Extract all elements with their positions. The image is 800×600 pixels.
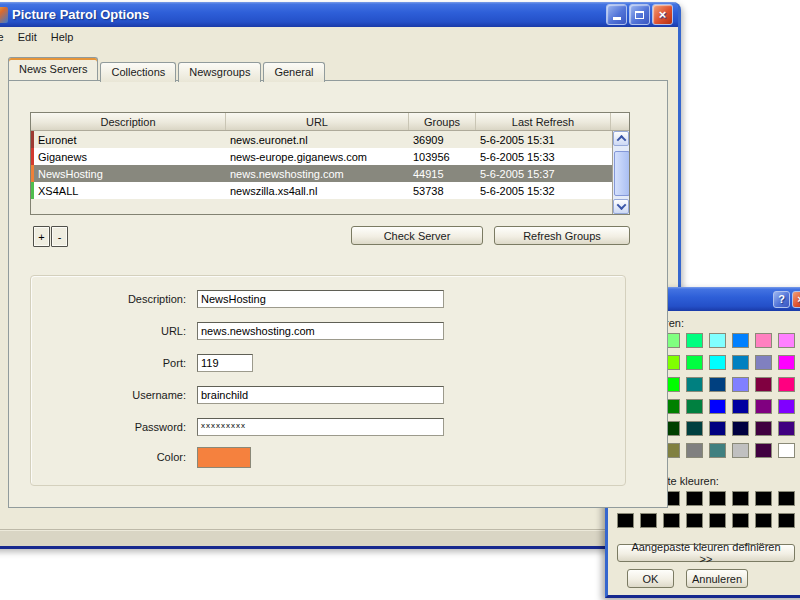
basic-color-swatch-37[interactable]	[732, 421, 749, 436]
table-row[interactable]: XS4ALLnewszilla.xs4all.nl537385-6-2005 1…	[31, 182, 629, 199]
dialog-close-button[interactable]: ×	[792, 291, 800, 308]
title-bar[interactable]: Picture Patrol Options ×	[0, 2, 678, 27]
refresh-groups-button[interactable]: Refresh Groups	[494, 226, 630, 245]
ok-button[interactable]: OK	[627, 569, 674, 588]
custom-color-swatch-12[interactable]	[709, 513, 726, 528]
basic-color-swatch-35[interactable]	[686, 421, 703, 436]
port-input[interactable]: 119	[197, 354, 253, 372]
basic-color-swatch-44[interactable]	[709, 443, 726, 458]
description-input[interactable]: NewsHosting	[197, 290, 444, 308]
basic-color-swatch-28[interactable]	[709, 399, 726, 414]
server-color-swatch[interactable]	[197, 447, 251, 468]
remove-server-button[interactable]: -	[51, 226, 68, 247]
basic-color-swatch-11[interactable]	[686, 355, 703, 370]
basic-color-swatch-4[interactable]	[709, 333, 726, 348]
basic-color-swatch-46[interactable]	[755, 443, 772, 458]
basic-color-swatch-39[interactable]	[778, 421, 795, 436]
scroll-down-button[interactable]	[613, 199, 629, 214]
tab-strip: News ServersCollectionsNewsgroupsGeneral	[8, 57, 678, 80]
basic-color-swatch-13[interactable]	[732, 355, 749, 370]
cell-groups: 36909	[409, 131, 476, 148]
cell-desc: NewsHosting	[34, 165, 226, 182]
column-header-groups[interactable]: Groups	[409, 113, 476, 130]
help-button[interactable]: ?	[773, 291, 790, 308]
news-server-table[interactable]: DescriptionURLGroupsLast Refresh Euronet…	[30, 112, 630, 215]
basic-color-swatch-29[interactable]	[732, 399, 749, 414]
cell-lr: 5-6-2005 15:33	[476, 148, 592, 165]
basic-color-swatch-15[interactable]	[778, 355, 795, 370]
custom-color-swatch-15[interactable]	[778, 513, 795, 528]
table-body: Euronetnews.euronet.nl369095-6-2005 15:3…	[31, 131, 629, 215]
custom-color-swatch-4[interactable]	[709, 491, 726, 506]
basic-color-swatch-5[interactable]	[732, 333, 749, 348]
basic-color-swatch-22[interactable]	[755, 377, 772, 392]
menu-edit[interactable]: Edit	[11, 29, 44, 45]
custom-color-swatch-9[interactable]	[640, 513, 657, 528]
table-row[interactable]: NewsHostingnews.newshosting.com449155-6-…	[31, 165, 629, 182]
tab-newsgroups[interactable]: Newsgroups	[178, 62, 261, 82]
basic-color-swatch-20[interactable]	[709, 377, 726, 392]
custom-color-swatch-10[interactable]	[663, 513, 680, 528]
custom-color-swatch-11[interactable]	[686, 513, 703, 528]
cell-groups: 53738	[409, 182, 476, 199]
basic-color-swatch-45[interactable]	[732, 443, 749, 458]
status-bar	[0, 529, 678, 546]
username-input[interactable]: brainchild	[197, 386, 444, 404]
menu-help[interactable]: Help	[44, 29, 81, 45]
password-input[interactable]: xxxxxxxxx	[197, 418, 444, 436]
basic-color-swatch-38[interactable]	[755, 421, 772, 436]
minimize-icon	[613, 17, 621, 20]
custom-color-swatch-3[interactable]	[686, 491, 703, 506]
cancel-button[interactable]: Annuleren	[686, 569, 748, 588]
table-row[interactable]: Giganewsnews-europe.giganews.com1039565-…	[31, 148, 629, 165]
tab-general[interactable]: General	[263, 62, 324, 82]
column-header-description[interactable]: Description	[31, 113, 226, 130]
basic-color-swatch-36[interactable]	[709, 421, 726, 436]
close-button[interactable]: ×	[652, 4, 673, 25]
custom-color-swatch-14[interactable]	[755, 513, 772, 528]
basic-color-swatch-6[interactable]	[755, 333, 772, 348]
basic-color-swatch-3[interactable]	[686, 333, 703, 348]
basic-color-swatch-47[interactable]	[778, 443, 795, 458]
chevron-up-icon	[616, 135, 626, 145]
cell-lr: 5-6-2005 15:37	[476, 165, 592, 182]
tab-page-news-servers: DescriptionURLGroupsLast Refresh Euronet…	[8, 80, 668, 508]
basic-color-swatch-14[interactable]	[755, 355, 772, 370]
column-header-url[interactable]: URL	[226, 113, 409, 130]
basic-color-swatch-30[interactable]	[755, 399, 772, 414]
basic-color-swatch-7[interactable]	[778, 333, 795, 348]
tab-news-servers[interactable]: News Servers	[8, 57, 98, 80]
username-label: Username:	[31, 389, 186, 401]
basic-color-swatch-21[interactable]	[732, 377, 749, 392]
scrollbar-thumb[interactable]	[614, 151, 630, 196]
maximize-button[interactable]	[629, 4, 650, 25]
basic-color-swatch-27[interactable]	[686, 399, 703, 414]
cell-lr: 5-6-2005 15:32	[476, 182, 592, 199]
minimize-button[interactable]	[606, 4, 627, 25]
define-custom-colors-button[interactable]: Aangepaste kleuren definiëren >>	[617, 544, 795, 562]
basic-color-swatch-31[interactable]	[778, 399, 795, 414]
tab-collections[interactable]: Collections	[100, 62, 176, 82]
table-row[interactable]: Euronetnews.euronet.nl369095-6-2005 15:3…	[31, 131, 629, 148]
basic-color-swatch-23[interactable]	[778, 377, 795, 392]
custom-color-swatch-8[interactable]	[617, 513, 634, 528]
options-window: Picture Patrol Options × FileEditHelp Ne…	[0, 2, 681, 549]
menu-file[interactable]: File	[0, 29, 11, 45]
custom-color-swatch-13[interactable]	[732, 513, 749, 528]
color-label: Color:	[31, 451, 186, 463]
table-empty-area	[31, 199, 629, 215]
custom-color-swatch-6[interactable]	[755, 491, 772, 506]
custom-color-swatch-5[interactable]	[732, 491, 749, 506]
basic-color-swatch-19[interactable]	[686, 377, 703, 392]
cell-url: news-europe.giganews.com	[226, 148, 409, 165]
check-server-button[interactable]: Check Server	[351, 226, 483, 245]
custom-color-swatch-7[interactable]	[778, 491, 795, 506]
basic-color-swatch-43[interactable]	[686, 443, 703, 458]
scroll-up-button[interactable]	[613, 131, 629, 146]
table-scrollbar[interactable]	[612, 131, 629, 214]
basic-color-swatch-12[interactable]	[709, 355, 726, 370]
url-input[interactable]: news.newshosting.com	[197, 322, 444, 340]
column-header-last-refresh[interactable]: Last Refresh	[476, 113, 611, 130]
add-server-button[interactable]: +	[33, 226, 50, 247]
cell-lr: 5-6-2005 15:31	[476, 131, 592, 148]
